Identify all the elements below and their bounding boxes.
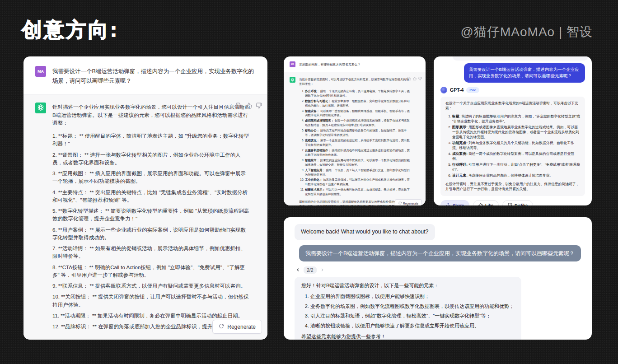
reply-intro: 您好！针对B端运营活动弹窗的设计，以下是一些可能的元素：: [301, 282, 515, 289]
like-label: Like: [485, 203, 493, 206]
bot-message-bubble: 在设计一个关于企业应用实现业务数字化场景的B端运营活动弹窗时，可以考虑以下元素：…: [440, 97, 585, 196]
gpt4-avatar: [440, 87, 447, 93]
list-item: 11. **活动期限： ** 如果活动有时间限制，务必在弹窗中明确显示活动的起止…: [52, 312, 250, 320]
dislike-button[interactable]: Dislike: [502, 200, 533, 206]
list-item: 图形展示: 用图形或者图像来直观地展示业务数字化的过程或结果。例如，可以画一张从…: [452, 125, 580, 140]
list-item: 设计元素: 考虑使用企业的品牌颜色，保持整体设计简洁而专业。: [452, 173, 580, 178]
list-item: 标题: 简洁明了的标题能够吸引用户的注意力，例如，“开启您的数字化转型之旅”或“…: [452, 114, 580, 124]
list-item: 5. **数字化转型描述： ** 简要说明数字化转型的重要性，例如 "从繁琐的纸…: [52, 207, 250, 223]
user-avatar: MA: [35, 66, 46, 77]
list-item: 办公环境： 描绘一个现代化的办公环境，员工使用电脑、平板电脑等数字工具，强调数字…: [305, 89, 411, 98]
list-item: 1. **标题： ** 使用醒目的字体，简洁明了地表达主题，如 "升级您的业务：…: [52, 132, 250, 148]
message-actions: Share Like Dislike: [440, 200, 585, 206]
list-item: 智能设备： 可以展示一些智能设备，如物联网传感器、智能手机、智能手表等，强调数字…: [305, 109, 411, 118]
user-message-bubble: 我需要设计一个B端运营活动弹窗，描述内容为一个企业应用，实现业务数字化的场景，请…: [299, 245, 581, 261]
share-button[interactable]: Share: [440, 200, 469, 206]
list-item: 行动呼吁: 引导用户进行下一步行动，比如“点击了解更多”、“免费试用”或者“联系…: [452, 162, 580, 172]
thumbs-down-icon[interactable]: [256, 103, 262, 109]
thumbs-up-icon[interactable]: [246, 103, 252, 109]
list-item: 功能亮点: 列出与业务数字化相关的几个关键功能，比如数据分析、自动化工作流、移动…: [452, 140, 580, 150]
list-item: 流程优化： 展示一个业务流程的改进过程，从传统手工流程到数字化流程，突出数字化转…: [305, 138, 411, 147]
list-item: 4. **主要特点： ** 突出应用的关键特点，比如 "无缝集成各业务流程"、"…: [52, 189, 250, 205]
poe-gpt4-panel: 我需要设计一个B端运营活动弹窗，描述内容为一个企业应用，实现业务数字化的场景，请…: [434, 56, 592, 205]
list-item: 云服务和远程协作： 描绘团队成员在不同地点通过云服务进行远程协作的场景，突出数字…: [305, 148, 411, 157]
author-credit: @猫仔MAoMAo | 智设: [461, 23, 593, 41]
thumbs-up-icon[interactable]: [413, 77, 417, 80]
assistant-intro: 当设计弹窗的背景图时，可以考虑以下创意方向和元素，以展示与数字化转型相关的场景和…: [299, 77, 411, 86]
regenerate-label: Regenerate: [227, 324, 256, 330]
thumbs-up-icon: [478, 203, 483, 206]
page-count: 2/2: [304, 266, 317, 274]
reply-list: 企业应用的界面截图或图标，以便用户能够快速识别；业务数字化的场景图，例如数字化流…: [301, 293, 515, 329]
idea-list: 办公环境： 描绘一个现代化的办公环境，员工使用电脑、平板电脑等数字工具，强调数字…: [299, 89, 411, 196]
bot-outro: 在设计弹窗时，要注意不要过于复杂，以免分散用户的注意力。保持信息的简洁明了，并引…: [445, 182, 580, 191]
bot-message-row: Welcome back! What would you like to cha…: [295, 224, 581, 240]
previous-message-cutoff: [453, 56, 588, 61]
bot-name: GPT-4: [450, 87, 464, 93]
assistant-message-text: 针对描述一个企业应用实现业务数字化的场景，您可以设计一个引人注目且信息清晰的B端…: [52, 103, 250, 334]
message-actions: [407, 77, 422, 80]
list-item: 10. **关闭按钮： ** 提供关闭弹窗的按钮，让用户可以选择暂时不参与活动，…: [52, 293, 250, 309]
assistant-message-row: 针对描述一个企业应用实现业务数字化的场景，您可以设计一个引人注目且信息清晰的B端…: [23, 94, 267, 339]
list-item: 8. **CTA按钮： ** 明确的Call to Action按钮，例如 "立…: [52, 264, 250, 280]
slide-canvas: 创意方向: @猫仔MAoMAo | 智设 MA 我需要设计一个B端运营活动弹窗，…: [0, 0, 618, 364]
list-item: 3. **应用截图： ** 插入应用的界面截图，展示应用的界面和功能。可以在弹窗…: [52, 170, 250, 186]
openai-logo-icon: [37, 104, 44, 112]
reply-outro: 希望这些元素能够为您提供一些参考！: [301, 333, 515, 340]
list-item: 6. **用户案例： ** 展示一些企业或行业的实际案例，说明应用是如何帮助他们…: [52, 226, 250, 242]
list-item: 企业应用的界面截图或图标，以便用户能够快速识别；: [310, 293, 515, 300]
chatgpt-avatar: [35, 103, 46, 113]
openai-logo-icon: [290, 78, 295, 82]
list-item: 2. **背景图： ** 选择一张与数字化转型相关的图片，例如企业办公环境中工作…: [52, 151, 250, 167]
regenerate-button[interactable]: Regenerate: [395, 199, 422, 205]
list-item: 清晰的按钮或链接，以便用户能够快速了解更多信息或立即开始使用该应用。: [310, 322, 515, 330]
chatgpt-avatar: [290, 77, 295, 83]
user-message-row: MA 我需要设计一个B端运营活动弹窗，描述内容为一个企业应用，实现业务数字化的场…: [23, 56, 267, 94]
user-message-row: MA 背景图的画面，有哪些创意方向或者元素么？: [284, 56, 426, 72]
bot-intro: 在设计一个关于企业应用实现业务数字化场景的B端运营活动弹窗时，可以考虑以下元素：: [445, 101, 580, 111]
list-item: 成功案例: 简述一两个成功的数字化转型案例，可以是具体的公司或者是行业范例。: [452, 151, 580, 161]
user-message-bubble: 我需要设计一个B端运营活动弹窗，描述内容为一个企业应用，实现业务数字化的场景，请…: [464, 63, 585, 83]
bot-header: GPT-4 Poe: [440, 87, 585, 93]
chatgpt-background-ideas-panel: MA 背景图的画面，有哪些创意方向或者元素么？: [284, 56, 426, 205]
copy-icon[interactable]: [407, 77, 411, 80]
user-message-text: 背景图的画面，有哪些创意方向或者元素么？: [299, 61, 360, 67]
user-message-text: 我需要设计一个B端运营活动弹窗，描述内容为一个企业应用，实现业务数字化的场景，请…: [52, 66, 256, 85]
thumbs-down-icon[interactable]: [418, 77, 422, 80]
element-list: 标题: 简洁明了的标题能够吸引用户的注意力，例如，“开启您的数字化转型之旅”或“…: [445, 114, 580, 178]
chatgpt-conversation-panel: MA 我需要设计一个B端运营活动弹窗，描述内容为一个企业应用，实现业务数字化的场…: [23, 56, 267, 340]
list-item: 业务数字化的场景图，例如数字化流程图或数字化数据图表，以便传达该应用的功能和优势…: [310, 303, 515, 310]
list-item: 9. **联系信息： ** 提供客服联系方式，以便用户有疑问或需要更多信息时可以…: [52, 282, 250, 290]
message-actions: [236, 103, 262, 109]
list-item: 虚拟现实或增强现实： 创造一个虚拟现实或增强现实的场景，将数字化技术与实际场景相…: [305, 118, 411, 127]
assistant-intro: 针对描述一个企业应用实现业务数字化的场景，您可以设计一个引人注目且信息清晰的B端…: [52, 103, 250, 127]
like-button[interactable]: Like: [473, 200, 499, 206]
user-avatar: MA: [290, 61, 295, 67]
share-label: Share: [453, 203, 464, 206]
list-item: 创新技术展示： 可以引入一些未来科技的元素，如虚拟键盘、无人机等，突出数字化转型…: [305, 187, 411, 196]
share-icon: [446, 203, 450, 206]
regenerate-icon: [398, 201, 402, 205]
list-item: 7. **活动详情： ** 如果有相关的促销或活动，展示活动的具体细节，例如优惠…: [52, 245, 250, 261]
user-message-row: 我需要设计一个B端运营活动弹窗，描述内容为一个企业应用，实现业务数字化的场景，请…: [295, 245, 581, 261]
suggestion-list: 1. **标题： ** 使用醒目的字体，简洁明了地表达主题，如 "升级您的业务：…: [52, 132, 250, 331]
assistant-outro: 请根据您的企业品牌和应用特点，选择最能传达您想要表达的理念和价值的创意方向和元素…: [299, 200, 411, 205]
list-item: 工业自动化： 如果涉及工业领域，可以展示自动化生产线或机器人操作的场景，突出数字…: [305, 177, 411, 187]
list-item: 人工智能应用： 描绘一个场景，员工与人工智能助手进行交互，突出数字化转型后的智能…: [305, 168, 411, 177]
list-item: 数据分析与可视化： 在背景中展示一组数据图表，突出数字化转型后数据分析和可视化的…: [305, 99, 411, 108]
list-item: 引人注目的标题和短语，例如“数字化管理，轻松高效”、“一键实现数字化转型”等；: [310, 312, 515, 320]
page-title: 创意方向:: [22, 16, 119, 43]
chevron-left-icon[interactable]: [295, 266, 301, 273]
assistant-message-row: 当设计弹窗的背景图时，可以考虑以下创意方向和元素，以展示与数字化转型相关的场景和…: [284, 72, 426, 205]
list-item: 移动办公： 描绘员工在不同地点使用移动设备工作的场景，如在咖啡厅、旅途中等，强调…: [305, 128, 411, 137]
dislike-label: Dislike: [515, 203, 528, 206]
regenerate-button[interactable]: Regenerate: [212, 320, 262, 334]
regenerate-label: Regenerate: [403, 202, 418, 205]
chat-panel-bottom: Welcome back! What would you like to cha…: [284, 217, 592, 340]
poe-badge[interactable]: Poe: [466, 87, 479, 93]
copy-icon[interactable]: [236, 103, 242, 109]
user-message-row: 我需要设计一个B端运营活动弹窗，描述内容为一个企业应用，实现业务数字化的场景，请…: [440, 63, 585, 83]
chevron-right-icon[interactable]: [319, 266, 326, 273]
assistant-message-text: 当设计弹窗的背景图时，可以考虑以下创意方向和元素，以展示与数字化转型相关的场景和…: [299, 77, 411, 205]
thumbs-down-icon: [508, 203, 512, 206]
